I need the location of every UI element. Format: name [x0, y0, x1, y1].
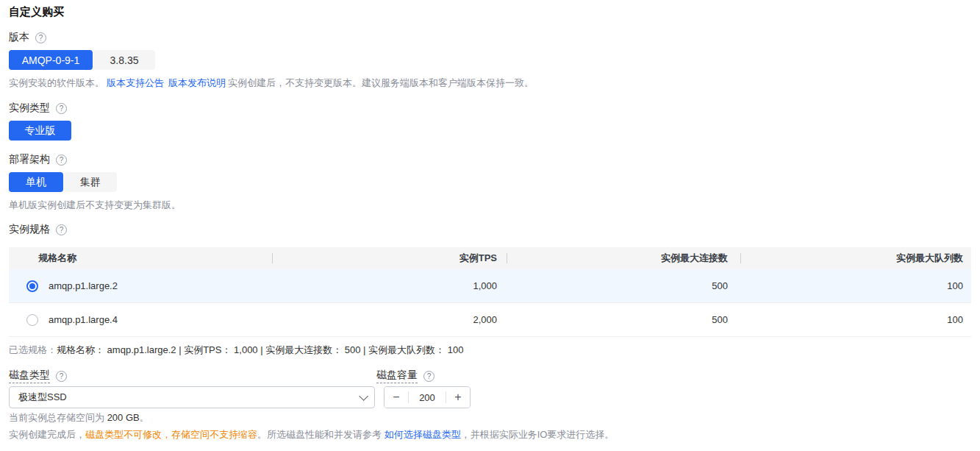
spec-table-header: 规格名称 实例TPS 实例最大连接数 实例最大队列数 — [9, 247, 971, 269]
disk-type-help-icon[interactable]: ? — [56, 371, 67, 382]
disk-type-guide-link[interactable]: 如何选择磁盘类型 — [385, 429, 461, 440]
storage-note-suffix: 。 — [140, 412, 149, 423]
storage-note-prefix: 当前实例总存储空间为 — [9, 412, 107, 423]
instance-type-option-professional[interactable]: 专业版 — [9, 121, 71, 141]
disk-capacity-input[interactable] — [409, 387, 446, 408]
spec-max-connections: 500 — [507, 303, 741, 336]
architecture-field-label: 部署架构 ? — [9, 153, 67, 166]
spec-max-queues: 100 — [741, 269, 971, 302]
architecture-options: 单机 集群 — [9, 172, 117, 192]
column-header-tps: 实例TPS — [273, 247, 507, 269]
disk-capacity-stepper: − + — [384, 386, 471, 408]
selected-spec-summary-label: 已选规格： — [9, 344, 57, 355]
spec-field-label: 实例规格 ? — [9, 223, 67, 236]
version-help-icon[interactable]: ? — [35, 32, 46, 43]
version-option-3-8-35[interactable]: 3.8.35 — [93, 50, 155, 70]
spec-help-icon[interactable]: ? — [56, 224, 67, 235]
selected-spec-summary: 已选规格：规格名称： amqp.p1.large.2 | 实例TPS： 1,00… — [9, 344, 463, 357]
spec-name: amqp.p1.large.4 — [49, 314, 118, 325]
disk-type-field-label: 磁盘类型 ? — [9, 369, 67, 383]
spec-name: amqp.p1.large.2 — [49, 280, 118, 291]
increase-button[interactable]: + — [446, 387, 470, 408]
column-header-spec-name: 规格名称 — [9, 247, 273, 269]
disk-type-label: 磁盘类型 — [9, 369, 50, 383]
disk-capacity-field-label: 磁盘容量 ? — [376, 369, 434, 383]
column-header-max-queues: 实例最大队列数 — [741, 247, 971, 269]
spec-tps: 1,000 — [273, 269, 507, 302]
architecture-help-icon[interactable]: ? — [56, 155, 67, 166]
disk-capacity-label: 磁盘容量 — [376, 369, 418, 383]
spec-label: 实例规格 — [9, 223, 50, 236]
disk-note-mid: 。所选磁盘性能和并发请参考 — [257, 429, 385, 440]
decrease-button[interactable]: − — [385, 387, 408, 408]
storage-note-value: 200 GB — [107, 412, 140, 423]
disk-warning-note: 实例创建完成后，磁盘类型不可修改，存储空间不支持缩容。所选磁盘性能和并发请参考 … — [9, 428, 614, 441]
spec-table: 规格名称 实例TPS 实例最大连接数 实例最大队列数 amqp.p1.large… — [9, 247, 971, 337]
version-options: AMQP-0-9-1 3.8.35 — [9, 50, 155, 70]
table-row[interactable]: amqp.p1.large.4 2,000 500 100 — [9, 303, 971, 337]
disk-type-select[interactable]: 极速型SSD — [9, 386, 375, 408]
version-help-prefix: 实例安装的软件版本。 — [9, 77, 104, 88]
instance-type-options: 专业版 — [9, 121, 71, 141]
disk-note-warning: 磁盘类型不可修改，存储空间不支持缩容 — [85, 429, 257, 440]
architecture-label: 部署架构 — [9, 153, 50, 166]
custom-purchase-page: 自定义购买 版本 ? AMQP-0-9-1 3.8.35 实例安装的软件版本。版… — [0, 0, 980, 451]
radio-selected[interactable] — [26, 280, 38, 292]
version-help-suffix: 实例创建后，不支持变更版本。建议服务端版本和客户端版本保持一致。 — [228, 77, 534, 88]
instance-type-field-label: 实例类型 ? — [9, 102, 67, 115]
disk-capacity-help-icon[interactable]: ? — [423, 371, 434, 382]
version-helper-text: 实例安装的软件版本。版本支持公告版本发布说明实例创建后，不支持变更版本。建议服务… — [9, 77, 534, 90]
version-label: 版本 — [9, 31, 29, 44]
disk-note-prefix: 实例创建完成后， — [9, 429, 85, 440]
radio-unselected[interactable] — [26, 314, 38, 326]
spec-tps: 2,000 — [273, 303, 507, 336]
architecture-option-cluster[interactable]: 集群 — [64, 172, 117, 192]
chevron-down-icon — [359, 391, 368, 401]
disk-note-suffix: ，并根据实际业务IO要求进行选择。 — [461, 429, 615, 440]
column-header-max-connections: 实例最大连接数 — [507, 247, 741, 269]
version-release-notes-link[interactable]: 版本发布说明 — [168, 77, 226, 88]
version-field-label: 版本 ? — [9, 31, 46, 44]
disk-type-selected-value: 极速型SSD — [18, 391, 359, 404]
page-title: 自定义购买 — [9, 5, 64, 19]
architecture-option-single[interactable]: 单机 — [9, 172, 63, 192]
spec-max-queues: 100 — [741, 303, 971, 336]
version-bulletin-link[interactable]: 版本支持公告 — [107, 77, 164, 88]
instance-type-help-icon[interactable]: ? — [56, 103, 67, 114]
spec-max-connections: 500 — [507, 269, 741, 302]
instance-type-label: 实例类型 — [9, 102, 50, 115]
storage-total-note: 当前实例总存储空间为 200 GB。 — [9, 411, 149, 425]
table-row[interactable]: amqp.p1.large.2 1,000 500 100 — [9, 269, 971, 303]
selected-spec-summary-text: 规格名称： amqp.p1.large.2 | 实例TPS： 1,000 | 实… — [57, 344, 463, 355]
architecture-helper-text: 单机版实例创建后不支持变更为集群版。 — [9, 199, 181, 212]
version-option-amqp-0-9-1[interactable]: AMQP-0-9-1 — [9, 50, 93, 70]
